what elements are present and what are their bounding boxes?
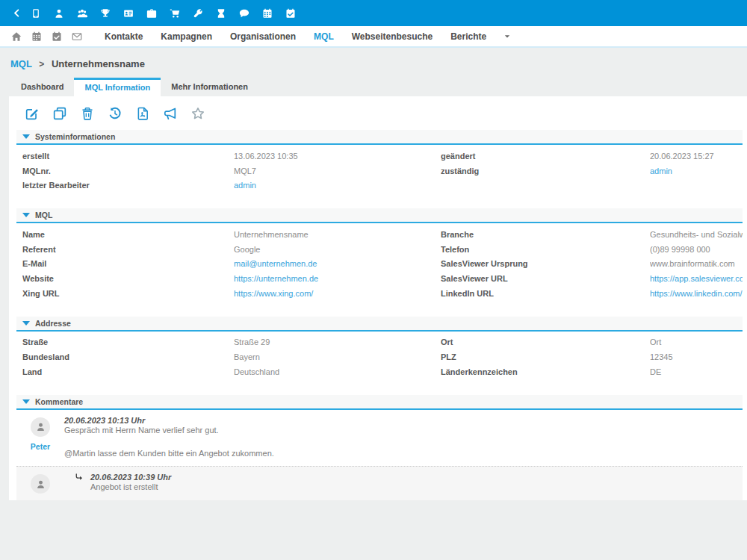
comment-timestamp: 20.06.2023 10:39 Uhr (90, 473, 171, 482)
field-row: LandDeutschlandLänderkennzeichenDE (16, 364, 743, 379)
field-label: Website (22, 274, 234, 283)
delete-button[interactable] (73, 106, 101, 121)
favorite-button[interactable] (184, 106, 211, 121)
section-body: StraßeStraße 29OrtOrtBundeslandBayernPLZ… (16, 332, 743, 384)
field-label: erstellt (22, 152, 234, 161)
briefcase-icon[interactable] (140, 0, 163, 26)
section-body: NameUnternehmensnameBrancheGesundheits- … (16, 223, 743, 305)
field-link[interactable]: https://www.linkedin.com/ (650, 289, 743, 298)
field-label: PLZ (441, 352, 650, 361)
section-header-mql[interactable]: MQL (16, 208, 743, 223)
nav-item-webseitenbesuche[interactable]: Webseitenbesuche (352, 31, 433, 42)
field-label: Ort (441, 337, 650, 346)
edit-button[interactable] (18, 106, 46, 121)
hourglass-icon[interactable] (209, 0, 232, 26)
field-value: 13.06.2023 10:35 (234, 152, 441, 161)
trophy-icon[interactable] (93, 0, 117, 26)
comment-author-column: Martin (16, 472, 64, 500)
user-avatar-icon (31, 474, 50, 494)
calendar-icon[interactable] (255, 0, 279, 26)
nav-item-mql[interactable]: MQL (314, 31, 334, 42)
field-link[interactable]: https://unternehmen.de (234, 274, 441, 283)
section-addresse: AddresseStraßeStraße 29OrtOrtBundeslandB… (16, 317, 743, 384)
comment-author-link[interactable]: Martin (28, 499, 52, 500)
copy-button[interactable] (46, 106, 73, 121)
section-title: Kommentare (35, 397, 83, 406)
collapse-triangle-icon (22, 399, 30, 404)
field-link[interactable]: admin (650, 167, 743, 175)
field-label: MQLnr. (22, 167, 234, 175)
main-nav-bar: KontakteKampagnenOrganisationenMQLWebsei… (0, 26, 747, 48)
pdf-export-button[interactable] (128, 106, 156, 121)
nav-item-kontakte[interactable]: Kontakte (105, 31, 143, 42)
field-value: DE (650, 367, 743, 376)
field-label: Bundesland (22, 352, 234, 361)
comment-text-line: Angebot ist erstellt (64, 482, 171, 494)
comment-header: 20.06.2023 10:13 Uhr (64, 416, 274, 425)
announce-button[interactable] (156, 106, 184, 121)
field-row: NameUnternehmensnameBrancheGesundheits- … (16, 227, 743, 242)
nav-item-organisationen[interactable]: Organisationen (230, 31, 296, 42)
breadcrumb-root-link[interactable]: MQL (10, 58, 32, 69)
wrench-icon[interactable] (186, 0, 209, 26)
field-row: Xing URLhttps://www.xing.com/LinkedIn UR… (16, 286, 743, 301)
field-link[interactable]: admin (234, 181, 441, 190)
field-value: Bayern (234, 352, 441, 361)
comment-author-column: Peter (16, 415, 64, 460)
field-label: LinkedIn URL (441, 289, 650, 298)
chevron-down-icon[interactable] (503, 32, 512, 41)
cart-icon[interactable] (163, 0, 186, 26)
tab-mql-information[interactable]: MQL Information (74, 78, 161, 96)
field-value: Ort (650, 337, 743, 346)
calendar-check-icon[interactable] (279, 0, 302, 26)
tab-dashboard[interactable]: Dashboard (10, 78, 74, 96)
field-label: Referent (22, 245, 234, 254)
field-link[interactable]: mail@unternehmen.de (234, 259, 441, 268)
field-label: Telefon (441, 245, 650, 254)
field-value: Unternehmensname (234, 230, 441, 239)
comment-text-line: Gespräch mit Herrn Name verlief sehr gut… (64, 425, 274, 437)
calendar-icon[interactable] (26, 26, 46, 47)
field-value: Gesundheits- und Sozialwesen (650, 230, 743, 239)
chevron-left-icon[interactable] (9, 0, 24, 26)
top-app-bar (0, 0, 747, 26)
comment-body: 20.06.2023 10:13 UhrGespräch mit Herrn N… (64, 415, 274, 460)
comment-text-line: @Martin lasse dem Kunden bitte ein Angeb… (64, 448, 274, 460)
breadcrumb: MQL > Unternehmensname (0, 48, 747, 78)
id-card-icon[interactable] (117, 0, 140, 26)
collapse-triangle-icon (22, 321, 30, 326)
field-link[interactable]: https://www.xing.com/ (234, 289, 441, 298)
section-header-systeminformationen[interactable]: Systeminformationen (16, 130, 743, 145)
section-header-kommentare[interactable]: Kommentare (16, 395, 743, 410)
tab-mehr-informationen[interactable]: Mehr Informationen (161, 78, 258, 96)
field-row: ReferentGoogleTelefon(0)89 99998 000 (16, 242, 743, 257)
nav-item-berichte[interactable]: Berichte (450, 31, 486, 42)
section-title: Addresse (35, 319, 71, 328)
comment-author-link[interactable]: Peter (31, 442, 50, 451)
field-row: erstellt13.06.2023 10:35geändert20.06.20… (16, 149, 743, 164)
tablet-icon[interactable] (24, 0, 47, 26)
field-label: Branche (441, 230, 650, 239)
field-label: SalesViewer Ursprung (441, 259, 650, 268)
section-header-addresse[interactable]: Addresse (16, 317, 743, 332)
record-toolbar (9, 96, 747, 130)
field-label: SalesViewer URL (441, 274, 650, 283)
field-label: E-Mail (22, 259, 234, 268)
breadcrumb-current: Unternehmensname (52, 58, 145, 69)
field-row: BundeslandBayernPLZ12345 (16, 349, 743, 364)
field-row: letzter Bearbeiteradmin (16, 178, 743, 193)
chat-icon[interactable] (232, 0, 255, 26)
field-label: geändert (441, 152, 650, 161)
calendar-check-icon[interactable] (46, 26, 66, 47)
breadcrumb-separator: > (39, 59, 44, 69)
field-link[interactable]: https://app.salesviewer.com/sitzungen (650, 274, 743, 283)
section-title: MQL (35, 211, 52, 220)
envelope-icon[interactable] (66, 26, 87, 47)
users-icon[interactable] (70, 0, 93, 26)
home-icon[interactable] (6, 26, 26, 47)
user-icon[interactable] (47, 0, 70, 26)
field-value: 12345 (650, 352, 743, 361)
history-button[interactable] (101, 106, 128, 121)
nav-item-kampagnen[interactable]: Kampagnen (161, 31, 212, 42)
comment-header: 20.06.2023 10:39 Uhr (64, 473, 171, 482)
